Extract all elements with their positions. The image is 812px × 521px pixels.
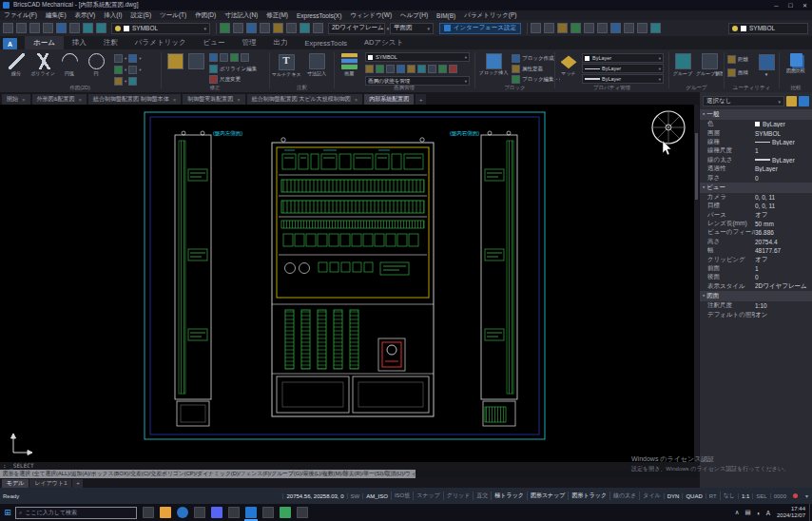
status-sw[interactable]: SW	[347, 493, 363, 499]
close-icon[interactable]: ×	[79, 97, 83, 103]
task-view-icon[interactable]	[143, 507, 154, 518]
menu-bim[interactable]: BIM(B)	[436, 12, 455, 19]
menu-insert[interactable]: 挿入(I)	[104, 11, 122, 20]
minimize-button[interactable]: ─	[769, 0, 783, 10]
tab-ad-assist[interactable]: ADアシスト	[356, 36, 412, 49]
modify-row-polyline-edit[interactable]: ポリライン編集	[209, 65, 257, 73]
app-icon-4[interactable]	[262, 507, 274, 518]
ribbon-layer-dropdown[interactable]: SYMBOL▾	[365, 52, 470, 62]
menu-file[interactable]: ファイル(F)	[4, 11, 37, 20]
tab-expresstools[interactable]: ExpressTools	[296, 37, 356, 49]
doc-tab-2[interactable]: 総合制御盤配置図 制御盤本体×	[88, 94, 181, 105]
network-icon[interactable]: ▤	[743, 509, 754, 516]
toggle-quad[interactable]: QUAD	[682, 493, 705, 499]
block-create-button[interactable]: ブロック作成	[512, 54, 554, 63]
draw-more-row1[interactable]: ▾▾	[114, 54, 142, 63]
section-view[interactable]: ビュー	[700, 183, 812, 193]
tool-icon-5[interactable]	[273, 23, 283, 33]
menu-window[interactable]: ウィンドウ(W)	[350, 11, 392, 20]
measure-distance-button[interactable]: 距離	[727, 55, 748, 64]
group-button[interactable]: グループ	[669, 53, 696, 76]
menu-tools[interactable]: ツール(T)	[160, 11, 186, 20]
bricscad-taskbar-icon[interactable]	[245, 507, 257, 518]
menu-modify[interactable]: 修正(M)	[266, 11, 288, 20]
open-icon[interactable]	[16, 23, 27, 33]
toggle-tile[interactable]: タイル	[639, 492, 663, 500]
toggle-dyn[interactable]: DYN	[664, 493, 683, 499]
save-icon[interactable]	[29, 23, 40, 33]
drawing-canvas[interactable]: (盤内左側面) (盤内右側面)	[0, 105, 699, 462]
move-button[interactable]	[186, 53, 205, 69]
application-button[interactable]: A	[3, 38, 17, 49]
measure-more-button[interactable]: ▾	[757, 54, 776, 77]
view-icon-8[interactable]	[624, 23, 634, 33]
select-objects-icon[interactable]	[799, 96, 809, 106]
menu-help[interactable]: ヘルプ(H)	[400, 11, 428, 20]
color-dropdown[interactable]: ByLayer▾	[582, 53, 664, 63]
browser-icon[interactable]	[177, 507, 188, 518]
tool-icon-8[interactable]	[313, 23, 323, 33]
menu-dimension[interactable]: 寸法記入(N)	[224, 11, 258, 20]
view-dropdown[interactable]: 平面図 ▾	[390, 23, 434, 34]
plot-preview-icon[interactable]	[69, 23, 80, 33]
draw-more-row2[interactable]: ▾▾	[114, 66, 142, 74]
start-button[interactable]: ⊞	[0, 504, 15, 521]
section-drawing[interactable]: 図面	[700, 291, 812, 301]
modify-icon-row1[interactable]	[209, 53, 249, 62]
close-button[interactable]: ✕	[798, 0, 812, 10]
doc-tab-active[interactable]: 内部系統配置図×	[364, 94, 414, 105]
mtext-button[interactable]: マルチテキスト	[272, 53, 300, 77]
app-icon-5[interactable]	[280, 507, 291, 518]
line-button[interactable]: 線分	[4, 53, 29, 76]
selection-dropdown[interactable]: 選択なし ▾	[703, 96, 784, 106]
new-tab-button[interactable]: +	[416, 94, 426, 105]
coordinates-display[interactable]: 20754.56, 20258.03, 0	[282, 493, 346, 499]
status-sel[interactable]: SEL	[752, 493, 769, 499]
tool-icon-2[interactable]	[233, 23, 243, 33]
view-icon-5[interactable]	[584, 23, 594, 33]
taskbar-search[interactable]: ⌕ ここに入力して検索	[15, 507, 137, 519]
drawing-compare-button[interactable]: 図面比較	[782, 53, 810, 73]
close-icon[interactable]: ×	[413, 97, 414, 103]
doc-tab-4[interactable]: 総合制御盤配置図 大ビル大規模制御図×	[247, 94, 362, 105]
tray-expand-icon[interactable]: ∧	[732, 509, 743, 516]
tool-icon-1[interactable]	[220, 23, 230, 33]
tab-insert[interactable]: 挿入	[64, 36, 95, 49]
layer-dropdown[interactable]: SYMBOL ▾	[111, 23, 210, 34]
command-history[interactable]: : _SELECT	[0, 462, 699, 470]
print-icon[interactable]	[56, 23, 67, 33]
toggle-polar[interactable]: 極トラック	[491, 492, 527, 500]
doc-tab-3[interactable]: 制御盤実装配置図×	[183, 94, 245, 105]
save-as-icon[interactable]	[43, 23, 53, 33]
section-general[interactable]: 一般	[700, 109, 812, 120]
volume-icon[interactable]: ◖	[754, 510, 764, 516]
toggle-snap[interactable]: スナップ	[413, 492, 443, 500]
view-icon-4[interactable]	[570, 23, 581, 33]
toggle-esnap[interactable]: 図形スナップ	[527, 492, 569, 500]
tab-output[interactable]: 出力	[264, 36, 296, 49]
notification-dot-icon[interactable]	[793, 493, 798, 498]
close-icon[interactable]: ×	[237, 97, 241, 103]
tool-icon-3[interactable]	[246, 23, 257, 33]
menu-parametric[interactable]: パラメトリック(P)	[464, 11, 516, 20]
status-scale[interactable]: 1:1	[738, 493, 752, 499]
linetype-dropdown[interactable]: ByLayer▾	[582, 64, 664, 73]
view-icon-9[interactable]	[637, 23, 648, 33]
modify-row-scale[interactable]: 尺度変更	[209, 75, 241, 84]
status-drafting-standard[interactable]: AM_ISO	[362, 493, 391, 499]
menu-edit[interactable]: 編集(E)	[46, 11, 67, 20]
taskbar-clock[interactable]: 17:44 2024/12/07	[773, 506, 809, 520]
model-tab[interactable]: モデル	[2, 479, 29, 488]
app-icon-2[interactable]	[211, 507, 222, 518]
menu-view[interactable]: 表示(V)	[75, 11, 96, 20]
undo-icon[interactable]	[83, 23, 93, 33]
maximize-button[interactable]: ☐	[783, 0, 798, 10]
arc-button[interactable]: 円弧	[57, 53, 82, 76]
toggle-rt[interactable]: RT	[706, 493, 720, 499]
close-icon[interactable]: ×	[173, 97, 177, 103]
view-icon-7[interactable]	[610, 23, 621, 33]
close-icon[interactable]: ×	[22, 97, 26, 103]
close-icon[interactable]: ×	[355, 97, 358, 103]
dimension-button[interactable]: 寸法記入	[302, 53, 331, 76]
explode-button[interactable]	[165, 53, 184, 69]
